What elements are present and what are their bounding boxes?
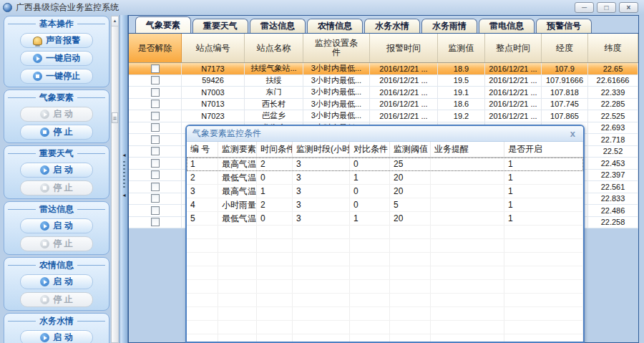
dialog-empty-cell — [293, 239, 350, 252]
dialog-empty-cell — [431, 266, 504, 279]
dialog-cell-compare: 1 — [350, 171, 390, 184]
sidebar-button-一键停止[interactable]: 一键停止 — [20, 69, 93, 84]
dialog-cell-threshold: 20 — [390, 185, 431, 198]
tab-7[interactable]: 预警信号 — [536, 19, 592, 33]
clear-checkbox[interactable] — [151, 218, 160, 226]
clear-checkbox[interactable] — [151, 112, 160, 120]
tab-3[interactable]: 农情信息 — [307, 19, 363, 33]
scrollbar-grip[interactable]: ≡ — [112, 112, 118, 123]
dialog-column-header-4: 对比条件 — [350, 142, 390, 157]
collapse-left-icon[interactable]: ◄ — [122, 193, 127, 198]
dialog-empty-cell — [187, 294, 218, 306]
column-header-6[interactable]: 整点时间 — [485, 34, 542, 62]
sidebar-button-启动[interactable]: 启 动 — [20, 274, 93, 289]
dialog-row[interactable]: 1最高气温230251 — [187, 158, 583, 171]
tab-6[interactable]: 雷电信息 — [479, 19, 535, 33]
dialog-empty-cell — [504, 266, 583, 279]
button-label: 启 动 — [53, 164, 72, 176]
table-row[interactable]: 59426扶绥3小时内最低...2016/12/21 ...19.52016/1… — [129, 75, 638, 87]
dialog-cell-threshold: 20 — [390, 171, 431, 184]
minimize-icon[interactable]: ─ — [575, 2, 594, 13]
column-header-1[interactable]: 站点编号 — [182, 34, 245, 62]
cell-id: N7173 — [182, 63, 245, 74]
sidebar-button-停止[interactable]: 停 止 — [20, 236, 93, 251]
sidebar-group-3: 雷达信息启 动停 止 — [4, 201, 109, 255]
column-header-5[interactable]: 监测值 — [438, 34, 485, 62]
column-header-4[interactable]: 报警时间 — [370, 34, 438, 62]
sidebar-group-0: 基本操作声音报警一键启动一键停止 — [4, 16, 109, 87]
play-icon — [40, 333, 49, 342]
cell-lat: 22.453 — [588, 158, 638, 169]
tab-4[interactable]: 水务水情 — [364, 19, 420, 33]
dialog-row[interactable]: 3最高气温130201 — [187, 185, 583, 198]
sidebar-group-5: 水务水情启 动停 止 — [4, 313, 109, 343]
tab-0[interactable]: 气象要素 — [135, 16, 191, 33]
sidebar-button-声音报警[interactable]: 声音报警 — [20, 33, 93, 48]
sidebar-button-一键启动[interactable]: 一键启动 — [20, 51, 93, 66]
column-header-0[interactable]: 是否解除 — [129, 34, 182, 62]
panel-splitter[interactable]: ◄ ◄ — [119, 15, 128, 343]
table-row[interactable]: N7023岜盆乡3小时内最低...2016/12/21 ...19.22016/… — [129, 110, 638, 122]
table-row[interactable]: N7173扶绥气象站...3小时内最低...2016/12/21 ...18.9… — [129, 63, 638, 75]
cell-alarm: 2016/12/21 ... — [370, 75, 438, 87]
tab-2[interactable]: 雷达信息 — [250, 19, 306, 33]
table-row[interactable]: N7003东门3小时内最低...2016/12/21 ...19.12016/1… — [129, 87, 638, 99]
tab-5[interactable]: 水务雨情 — [421, 19, 477, 33]
dialog-row[interactable]: 4小时雨量23051 — [187, 198, 583, 212]
dialog-cell-time: 1 — [257, 185, 293, 198]
dialog-cell-time: 2 — [257, 198, 293, 211]
dialog-column-header-1: 监测要素 — [218, 142, 257, 157]
clear-checkbox[interactable] — [151, 194, 160, 203]
cell-clear — [129, 99, 182, 110]
clear-checkbox[interactable] — [151, 135, 160, 144]
tab-1[interactable]: 重要天气 — [192, 19, 248, 33]
sidebar-group-title-text: 重要天气 — [39, 148, 74, 160]
column-header-8[interactable]: 纬度 — [588, 34, 638, 62]
cell-clear — [129, 158, 182, 169]
column-header-2[interactable]: 站点名称 — [245, 34, 303, 62]
dialog-empty-cell — [431, 307, 504, 320]
sidebar-button-启动[interactable]: 启 动 — [20, 330, 93, 343]
clear-checkbox[interactable] — [151, 100, 160, 108]
sidebar-button-启动[interactable]: 启 动 — [20, 107, 93, 122]
clear-checkbox[interactable] — [151, 170, 160, 179]
clear-checkbox[interactable] — [151, 123, 160, 132]
dialog-empty-cell — [293, 226, 350, 238]
dialog-empty-cell — [504, 239, 583, 252]
dialog-close-icon[interactable]: x — [568, 128, 577, 140]
clear-checkbox[interactable] — [151, 183, 160, 191]
dialog-row[interactable]: 5最低气温031201 — [187, 212, 583, 226]
sidebar-button-启动[interactable]: 启 动 — [20, 163, 93, 178]
sidebar-button-停止[interactable]: 停 止 — [20, 292, 93, 307]
dialog-row[interactable]: 2最低气温031201 — [187, 171, 583, 185]
clear-checkbox[interactable] — [151, 206, 160, 215]
dialog-cell-element: 最高气温 — [218, 185, 257, 198]
sidebar-group-title-text: 气象要素 — [39, 92, 74, 104]
sidebar-scrollbar[interactable]: ▲ ≡ — [111, 16, 119, 343]
clear-checkbox[interactable] — [151, 147, 160, 155]
clear-checkbox[interactable] — [151, 76, 160, 84]
dialog-empty-cell — [390, 280, 431, 293]
column-header-3[interactable]: 监控设置条件 — [303, 34, 370, 62]
sidebar-group-title-text: 水务水情 — [39, 315, 74, 327]
dialog-body: 编 号监测要素时间条件监测时段(小时)对比条件监测阈值业务提醒是否开启 1最高气… — [187, 142, 583, 342]
table-row[interactable]: N7013西长村3小时内最低...2016/12/21 ...18.62016/… — [129, 99, 638, 111]
dialog-empty-cell — [293, 266, 350, 279]
dialog-titlebar[interactable]: 气象要素监控条件 x — [187, 126, 583, 142]
scroll-up-icon[interactable]: ▲ — [112, 16, 118, 26]
sidebar-button-启动[interactable]: 启 动 — [20, 218, 93, 233]
clear-checkbox[interactable] — [151, 64, 160, 73]
dialog-empty-cell — [504, 334, 583, 342]
dialog-empty-row — [187, 280, 583, 294]
column-header-7[interactable]: 经度 — [542, 34, 588, 62]
cell-lat: 22.397 — [588, 170, 638, 181]
clear-checkbox[interactable] — [151, 88, 160, 97]
sidebar-button-停止[interactable]: 停 止 — [20, 180, 93, 195]
close-icon[interactable]: × — [619, 2, 638, 13]
sidebar-button-停止[interactable]: 停 止 — [20, 125, 93, 140]
collapse-left-icon[interactable]: ◄ — [122, 153, 127, 158]
clear-checkbox[interactable] — [151, 159, 160, 168]
splitter-grip[interactable] — [123, 161, 125, 190]
dialog-empty-cell — [293, 307, 350, 320]
maximize-icon[interactable]: □ — [597, 2, 616, 13]
